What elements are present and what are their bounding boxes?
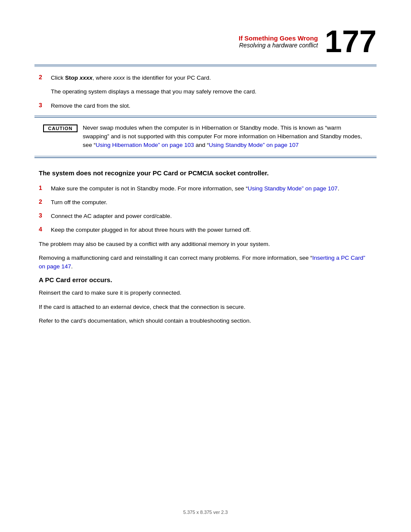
- step-3-content: Remove the card from the slot.: [51, 102, 372, 110]
- section1-step-2-number: 2: [39, 198, 51, 205]
- xxxx-italic: xxxx: [80, 75, 93, 81]
- caution-section: CAUTION Never swap modules when the comp…: [34, 118, 377, 156]
- chapter-title: If Something Goes Wrong: [239, 34, 318, 42]
- caution-text: Never swap modules when the computer is …: [83, 124, 368, 150]
- section1-para1: The problem may also be caused by a conf…: [39, 240, 372, 249]
- stop-xxxx-bold: Stop xxxx: [65, 75, 93, 81]
- step-2-number: 2: [39, 74, 51, 81]
- step-2: 2 Click Stop xxxx, where xxxx is the ide…: [39, 74, 372, 82]
- section1-step-4-number: 4: [39, 226, 51, 233]
- section1-para2: Removing a malfunctioning card and reins…: [39, 254, 372, 271]
- section1-step-4: 4 Keep the computer plugged in for about…: [39, 226, 372, 234]
- caution-link-1[interactable]: Using Hibernation Mode” on page 103: [96, 142, 194, 148]
- xxxx-italic-2: xxxx: [113, 75, 125, 81]
- caution-block: CAUTION Never swap modules when the comp…: [43, 124, 368, 150]
- section-1: The system does not recognize your PC Ca…: [34, 168, 377, 271]
- page: If Something Goes Wrong Resolving a hard…: [0, 0, 411, 532]
- section1-step-1-number: 1: [39, 184, 51, 191]
- section-2-heading: A PC Card error occurs.: [39, 276, 372, 283]
- divider-bot-thin: [34, 156, 377, 156]
- section1-para2-link[interactable]: Inserting a PC Card” on page 147: [39, 255, 365, 270]
- step-2-content: Click Stop xxxx, where xxxx is the ident…: [51, 74, 372, 82]
- caution-link-2[interactable]: Using Standby Mode” on page 107: [209, 142, 299, 148]
- section1-step-1-content: Make sure the computer is not in Standby…: [51, 184, 372, 193]
- section-2: A PC Card error occurs. Reinsert the car…: [34, 276, 377, 325]
- divider-top-thin: [34, 66, 377, 67]
- footer: 5.375 x 8.375 ver 2.3: [0, 510, 411, 515]
- header-text-block: If Something Goes Wrong Resolving a hard…: [239, 34, 318, 49]
- section1-step-3-number: 3: [39, 212, 51, 219]
- section1-step1-link[interactable]: Using Standby Mode” on page 107: [248, 185, 338, 192]
- chapter-subtitle: Resolving a hardware conflict: [239, 42, 318, 49]
- caution-label: CAUTION: [43, 124, 78, 132]
- section1-step-3-content: Connect the AC adapter and power cord/ca…: [51, 212, 372, 221]
- section-1-heading: The system does not recognize your PC Ca…: [39, 168, 372, 177]
- step-3-number: 3: [39, 102, 51, 109]
- section2-para3: Refer to the card’s documentation, which…: [39, 317, 372, 325]
- step-2-sub-text: The operating system displays a message …: [51, 88, 256, 95]
- section1-step-2-content: Turn off the computer.: [51, 198, 372, 207]
- page-header: If Something Goes Wrong Resolving a hard…: [34, 26, 377, 57]
- step-2-sub-para: The operating system displays a message …: [51, 87, 372, 96]
- divider-mid-thin: [34, 115, 377, 116]
- footer-text: 5.375 x 8.375 ver 2.3: [183, 510, 227, 515]
- section1-step-1: 1 Make sure the computer is not in Stand…: [39, 184, 372, 193]
- step-3: 3 Remove the card from the slot.: [39, 102, 372, 110]
- page-number: 177: [325, 26, 377, 57]
- section1-step-2: 2 Turn off the computer.: [39, 198, 372, 207]
- section1-step-3: 3 Connect the AC adapter and power cord/…: [39, 212, 372, 221]
- divider-top-thick: [34, 65, 377, 65]
- section2-para2: If the card is attached to an external d…: [39, 303, 372, 311]
- step-2-section: 2 Click Stop xxxx, where xxxx is the ide…: [34, 74, 377, 110]
- section2-para1: Reinsert the card to make sure it is pro…: [39, 289, 372, 297]
- section1-step-4-content: Keep the computer plugged in for about t…: [51, 226, 372, 234]
